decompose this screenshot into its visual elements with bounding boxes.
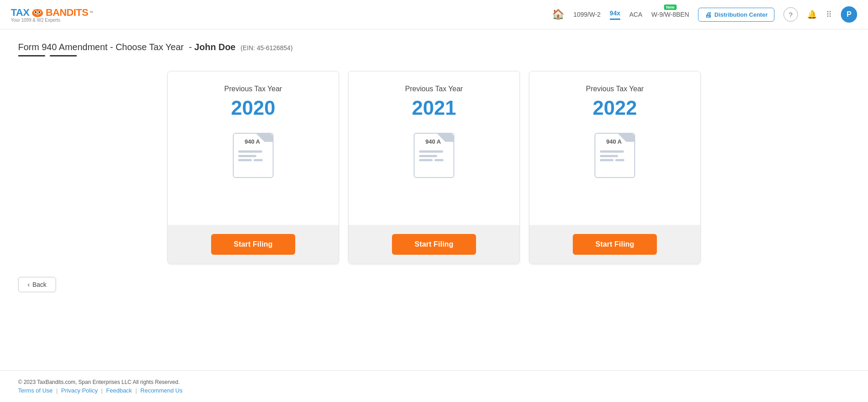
svg-point-4 — [38, 11, 40, 13]
back-button[interactable]: ‹ Back — [18, 277, 56, 292]
sep-2: | — [101, 387, 103, 394]
form-line-1 — [238, 150, 262, 153]
footer-links: Terms of Use | Privacy Policy | Feedback… — [18, 387, 850, 394]
card-year-2021: 2021 — [412, 97, 456, 119]
form-icon-2021: 940 A — [414, 133, 454, 178]
new-badge: New — [664, 5, 677, 10]
svg-point-3 — [35, 11, 37, 13]
logo[interactable]: TAX BANDITS ™ Your 1099 & W2 Experts — [11, 7, 93, 23]
card-body-2021: Previous Tax Year 2021 940 A — [349, 71, 519, 225]
form-line-2 — [419, 155, 437, 157]
form-line-1 — [600, 150, 624, 153]
card-year-2020: 2020 — [231, 97, 275, 119]
form-icon-2022: 940 A — [594, 133, 635, 178]
nav-link-aca[interactable]: ACA — [629, 11, 642, 18]
card-label-2022: Previous Tax Year — [586, 85, 644, 93]
logo-tagline: Your 1099 & W2 Experts — [11, 18, 60, 23]
card-body-2022: Previous Tax Year 2022 940 A — [529, 71, 700, 225]
main-content: Form 940 Amendment - Choose Tax Year - J… — [0, 29, 868, 370]
back-chevron-icon: ‹ — [28, 281, 30, 288]
back-area: ‹ Back — [18, 277, 850, 292]
ein-label: (EIN: 45-6126854) — [241, 44, 292, 51]
sep-3: | — [136, 387, 137, 394]
printer-icon: 🖨 — [705, 11, 712, 19]
sep-1: | — [56, 387, 57, 394]
back-label: Back — [33, 281, 47, 288]
start-filing-button-2022[interactable]: Start Filing — [573, 234, 657, 255]
terms-of-use-link[interactable]: Terms of Use — [18, 387, 53, 394]
recommend-us-link[interactable]: Recommend Us — [141, 387, 183, 394]
title-name: John Doe — [194, 42, 236, 52]
form-line-short-3 — [600, 159, 613, 161]
logo-tm: ™ — [89, 10, 93, 15]
dist-center-label: Distribution Center — [714, 11, 768, 18]
underline-1 — [18, 55, 45, 56]
start-filing-button-2021[interactable]: Start Filing — [392, 234, 476, 255]
tax-card-2020: Previous Tax Year 2020 940 A Start Filin… — [167, 71, 339, 264]
title-prefix: Form 940 Amendment - Choose Tax Year — [18, 42, 184, 52]
form-line-short-1 — [238, 159, 252, 161]
card-footer-2022: Start Filing — [529, 225, 700, 264]
tax-card-2022: Previous Tax Year 2022 940 A Start Filin… — [529, 71, 701, 264]
card-body-2020: Previous Tax Year 2020 940 A — [168, 71, 339, 225]
svg-point-0 — [32, 9, 43, 17]
page-title: Form 940 Amendment - Choose Tax Year - J… — [18, 42, 850, 52]
form-name-2021: 940 A — [425, 138, 441, 145]
form-line-1 — [419, 150, 443, 153]
feedback-link[interactable]: Feedback — [106, 387, 132, 394]
home-nav-icon[interactable]: 🏠 — [552, 9, 564, 20]
page-title-area: Form 940 Amendment - Choose Tax Year - J… — [18, 42, 850, 56]
title-underlines — [18, 55, 850, 56]
form-line-short-2 — [419, 159, 433, 161]
avatar[interactable]: P — [841, 6, 857, 23]
form-icon-2020: 940 A — [233, 133, 274, 178]
tax-card-2021: Previous Tax Year 2021 940 A Start Filin… — [348, 71, 520, 264]
form-line-tiny-1 — [254, 159, 263, 161]
nav-link-94x[interactable]: 94x — [610, 9, 620, 20]
card-label-2021: Previous Tax Year — [405, 85, 463, 93]
form-name-2022: 940 A — [606, 138, 622, 145]
help-button[interactable]: ? — [783, 7, 798, 22]
nav-link-w9[interactable]: W-9/W-8BEN — [651, 11, 689, 18]
logo-owl-icon — [31, 8, 44, 18]
start-filing-button-2020[interactable]: Start Filing — [211, 234, 295, 255]
tax-year-cards: Previous Tax Year 2020 940 A Start Filin… — [18, 71, 850, 264]
form-line-tiny-3 — [615, 159, 624, 161]
main-nav: 🏠 1099/W-2 94x ACA New W-9/W-8BEN 🖨 Dist… — [552, 6, 857, 23]
logo-bandits: BANDITS — [46, 7, 88, 19]
underline-2 — [50, 55, 77, 56]
form-line-2 — [238, 155, 256, 157]
distribution-center-button[interactable]: 🖨 Distribution Center — [698, 8, 774, 22]
privacy-policy-link[interactable]: Privacy Policy — [61, 387, 98, 394]
help-icon: ? — [789, 11, 793, 19]
card-footer-2020: Start Filing — [168, 225, 339, 264]
footer: © 2023 TaxBandits.com, Span Enterprises … — [0, 370, 868, 402]
card-label-2020: Previous Tax Year — [224, 85, 282, 93]
bell-icon[interactable]: 🔔 — [807, 9, 817, 19]
card-footer-2021: Start Filing — [349, 225, 519, 264]
nav-link-1099[interactable]: 1099/W-2 — [573, 11, 600, 18]
nav-w9-wrap: New W-9/W-8BEN — [651, 11, 689, 18]
form-line-2 — [600, 155, 618, 157]
logo-tax: TAX — [11, 7, 29, 19]
header: TAX BANDITS ™ Your 1099 & W2 Experts 🏠 — [0, 0, 868, 29]
form-line-tiny-2 — [434, 159, 443, 161]
footer-copyright: © 2023 TaxBandits.com, Span Enterprises … — [18, 379, 850, 385]
form-name-2020: 940 A — [245, 138, 260, 145]
card-year-2022: 2022 — [593, 97, 637, 119]
grid-icon[interactable]: ⠿ — [826, 9, 832, 19]
